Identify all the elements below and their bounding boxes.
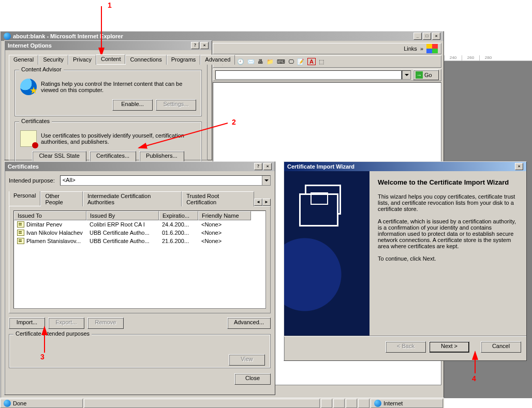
windows-flag-icon: [426, 44, 438, 53]
certificates-listview[interactable]: Issued ToIssued ByExpiratio...Friendly N…: [13, 210, 266, 309]
intended-purpose-combo[interactable]: <All>: [60, 175, 271, 186]
wizard-p3: To continue, click Next.: [378, 255, 518, 262]
tab-personal[interactable]: Personal: [9, 191, 40, 206]
certificate-row-icon: [17, 221, 24, 228]
maximize-button[interactable]: □: [423, 33, 431, 40]
certificates-button[interactable]: Certificates...: [90, 151, 136, 162]
cancel-button[interactable]: Cancel: [481, 341, 521, 353]
ruler: 240 260 280: [444, 52, 532, 61]
tab-other-people[interactable]: Other People: [40, 191, 83, 206]
go-button[interactable]: → Go: [413, 70, 439, 80]
cert-purposes-group: Certificate intended purposes View: [9, 334, 271, 368]
content-advisor-group: Content Advisor ★ Ratings help you contr…: [14, 70, 202, 116]
remove-button: Remove: [87, 318, 124, 329]
minimize-button[interactable]: _: [413, 33, 422, 40]
settings-button: Settings...: [156, 99, 196, 111]
address-dropdown[interactable]: [402, 70, 411, 80]
table-cell: Plamen Stanislavov...: [14, 237, 86, 245]
chevron-right-icon[interactable]: »: [420, 46, 423, 52]
wizard-graphic-icon: [305, 185, 341, 215]
toolbar-icon[interactable]: ⌨: [277, 58, 285, 65]
table-cell: <None>: [198, 221, 251, 228]
tab-programs[interactable]: Programs: [167, 55, 201, 65]
toolbar-icon[interactable]: 📁: [267, 58, 274, 65]
toolbar-icon[interactable]: ✉️: [247, 58, 255, 65]
close-button[interactable]: ×: [200, 42, 209, 49]
column-header[interactable]: Issued To: [14, 211, 86, 220]
tab-content[interactable]: Content: [96, 54, 126, 64]
column-header[interactable]: Friendly Name: [198, 211, 251, 220]
wizard-heading: Welcome to the Certificate Import Wizard: [378, 178, 518, 186]
internet-options-titlebar[interactable]: Internet Options ×: [5, 41, 212, 50]
wizard-banner: [284, 171, 370, 336]
ie-address-bar[interactable]: → Go: [213, 69, 441, 81]
annotation-2: 2: [232, 118, 236, 126]
help-button[interactable]: [254, 163, 262, 170]
tab-scroll-right[interactable]: ►: [262, 199, 271, 206]
tab-advanced[interactable]: Advanced: [200, 55, 235, 65]
toolbar-icon[interactable]: 🕘: [237, 58, 244, 65]
table-cell: <None>: [198, 229, 251, 236]
table-cell: <None>: [198, 237, 251, 245]
ie-title: about:blank - Microsoft Internet Explore…: [13, 33, 123, 39]
annotation-1: 1: [108, 1, 112, 9]
toolbar-icon[interactable]: ⬚: [319, 58, 324, 65]
ie-links-bar: Links »: [213, 43, 441, 54]
clear-ssl-button[interactable]: Clear SSL State: [32, 151, 86, 162]
toolbar-icon[interactable]: 🖶: [258, 58, 263, 65]
ie-std-toolbar[interactable]: 🔍 ⭐ 🕘 ✉️ 🖶 📁 ⌨ 🖵 📝 A ⬚: [213, 55, 441, 68]
tab-connections[interactable]: Connections: [125, 55, 166, 65]
close-dialog-button[interactable]: Close: [234, 373, 271, 385]
address-input[interactable]: [215, 70, 402, 80]
certificates-tabs: PersonalOther PeopleIntermediate Certifi…: [9, 191, 254, 206]
tab-security[interactable]: Security: [38, 55, 68, 65]
content-advisor-text: Ratings help you control the Internet co…: [41, 81, 196, 93]
enable-button[interactable]: Enable...: [112, 99, 153, 111]
go-label: Go: [424, 72, 432, 78]
column-header[interactable]: Expiratio...: [159, 211, 198, 220]
close-button[interactable]: ×: [432, 33, 440, 40]
intended-purpose-label: Intended purpose:: [9, 177, 55, 184]
ie-icon: [4, 33, 11, 40]
certificate-row-icon: [17, 230, 24, 236]
help-button[interactable]: [191, 42, 199, 49]
group-legend: Certificates: [19, 118, 52, 124]
certificates-titlebar[interactable]: Certificates ×: [5, 162, 275, 171]
table-cell: Ivan Nikolov Halachev: [14, 229, 86, 236]
tab-general[interactable]: General: [9, 55, 38, 65]
globe-icon: [374, 400, 381, 407]
table-cell: UBB Certificate Autho...: [86, 229, 159, 236]
ie-statusbar: Done Internet: [0, 398, 444, 408]
tab-scroll-left[interactable]: ◄: [254, 199, 262, 206]
close-button[interactable]: ×: [515, 163, 523, 170]
intended-purpose-value: <All>: [61, 176, 262, 185]
annotation-3: 3: [40, 353, 45, 361]
advanced-button[interactable]: Advanced...: [227, 318, 271, 329]
chevron-down-icon[interactable]: [262, 176, 270, 185]
next-button[interactable]: Next >: [429, 341, 469, 353]
go-icon: →: [416, 71, 423, 79]
content-advisor-icon: ★: [20, 79, 37, 95]
group-legend: Certificate intended purposes: [13, 330, 92, 337]
table-row[interactable]: Dimitar PenevColibri ERP Root CA I24.4.2…: [14, 220, 265, 229]
publishers-button[interactable]: Publishers...: [139, 151, 184, 162]
certificates-text: Use certificates to positively identify …: [41, 132, 196, 145]
close-button[interactable]: ×: [263, 163, 272, 170]
group-legend: Content Advisor: [19, 66, 64, 72]
done-icon: [4, 400, 11, 407]
wizard-p2: A certificate, which is issued by a cert…: [378, 218, 518, 249]
import-button[interactable]: Import...: [9, 318, 45, 329]
table-row[interactable]: Plamen Stanislavov...UBB Certificate Aut…: [14, 237, 265, 245]
toolbar-icon[interactable]: 🖵: [288, 58, 294, 65]
tab-privacy[interactable]: Privacy: [68, 55, 96, 65]
toolbar-icon[interactable]: 📝: [297, 58, 304, 65]
export-button: Export...: [48, 318, 84, 329]
wizard-titlebar[interactable]: Certificate Import Wizard ×: [284, 162, 526, 171]
toolbar-icon[interactable]: A: [307, 58, 316, 65]
tab-trusted-root-certification[interactable]: Trusted Root Certification: [182, 191, 254, 206]
column-header[interactable]: Issued By: [86, 211, 159, 220]
ie-titlebar[interactable]: about:blank - Microsoft Internet Explore…: [1, 32, 444, 41]
table-cell: Dimitar Penev: [14, 221, 86, 228]
table-row[interactable]: Ivan Nikolov HalachevUBB Certificate Aut…: [14, 229, 265, 237]
tab-intermediate-certification-authorities[interactable]: Intermediate Certification Authorities: [83, 191, 182, 206]
